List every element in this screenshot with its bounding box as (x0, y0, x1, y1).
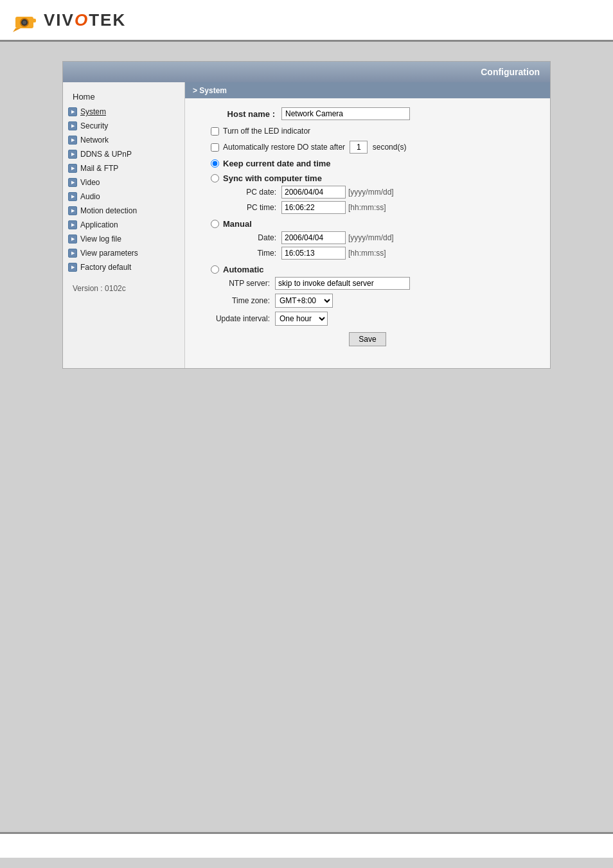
manual-section: Manual Date: [yyyy/mm/dd] Time: (198, 219, 537, 260)
sidebar-bullet-view-parameters (68, 249, 77, 258)
manual-fields: Date: [yyyy/mm/dd] Time: [hh:mm:ss] (198, 231, 537, 260)
sync-computer-radio[interactable] (211, 174, 219, 182)
system-form: Host name : Turn off the LED indicator A… (185, 98, 550, 368)
section-title: > System (193, 86, 227, 95)
time-zone-select[interactable]: GMT-12:00 GMT-11:00 GMT-10:00 GMT-9:00 G… (275, 294, 333, 308)
hostname-row: Host name : (198, 107, 537, 120)
pc-date-format: [yyyy/mm/dd] (348, 188, 394, 197)
sidebar-label-audio: Audio (80, 192, 100, 201)
manual-row: Manual (198, 219, 537, 229)
save-button[interactable]: Save (349, 332, 386, 346)
save-row: Save (198, 332, 537, 359)
sidebar-item-mail-ftp[interactable]: Mail & FTP (63, 161, 184, 175)
update-interval-row: Update interval: One hour Two hours One … (198, 312, 537, 326)
ntp-server-label: NTP server: (211, 279, 275, 288)
sidebar-item-video[interactable]: Video (63, 175, 184, 190)
sidebar-label-view-log: View log file (80, 235, 121, 244)
pc-time-label: PC time: (236, 203, 281, 212)
pc-time-input[interactable] (281, 201, 346, 214)
sidebar-label-video: Video (80, 178, 100, 187)
sidebar-bullet-security (68, 121, 77, 130)
sidebar-bullet-mail-ftp (68, 164, 77, 173)
sidebar-bullet-video (68, 178, 77, 187)
manual-time-format: [hh:mm:ss] (348, 249, 386, 258)
version-text: Version : 0102c (63, 278, 184, 299)
section-header: > System (185, 82, 550, 98)
sidebar-bullet-motion-detection (68, 206, 77, 215)
manual-date-input[interactable] (281, 231, 346, 244)
time-zone-label: Time zone: (211, 296, 275, 305)
update-interval-select[interactable]: One hour Two hours One day (275, 312, 328, 326)
sidebar-label-mail-ftp: Mail & FTP (80, 164, 118, 173)
vivotek-logo-icon (13, 8, 40, 32)
restore-do-row: Automatically restore DO state after sec… (198, 141, 537, 154)
sidebar-item-view-parameters[interactable]: View parameters (63, 246, 184, 260)
logo: VIVOTEK (13, 8, 126, 32)
sync-computer-fields: PC date: [yyyy/mm/dd] PC time: [hh:mm:ss… (198, 186, 537, 214)
sidebar-bullet-audio (68, 192, 77, 201)
sidebar-item-application[interactable]: Application (63, 218, 184, 232)
sidebar-label-network: Network (80, 136, 109, 145)
pc-time-format: [hh:mm:ss] (348, 203, 386, 212)
restore-do-checkbox[interactable] (211, 143, 219, 152)
svg-point-3 (22, 21, 26, 24)
sidebar-label-view-parameters: View parameters (80, 249, 138, 258)
pc-date-label: PC date: (236, 188, 281, 197)
manual-radio[interactable] (211, 220, 219, 228)
sync-computer-section: Sync with computer time PC date: [yyyy/m… (198, 173, 537, 214)
manual-time-row: Time: [hh:mm:ss] (236, 247, 537, 260)
sidebar-label-security: Security (80, 121, 108, 130)
sidebar-label-motion-detection: Motion detection (80, 206, 137, 215)
led-label: Turn off the LED indicator (223, 127, 310, 136)
sidebar-item-audio[interactable]: Audio (63, 190, 184, 204)
sidebar-bullet-application (68, 220, 77, 229)
sidebar-bullet-ddns-upnp (68, 150, 77, 159)
manual-time-input[interactable] (281, 247, 346, 260)
sidebar-item-security[interactable]: Security (63, 119, 184, 133)
config-body: Home System Security Network (63, 82, 550, 368)
sidebar-item-system[interactable]: System (63, 105, 184, 119)
sidebar-item-ddns-upnp[interactable]: DDNS & UPnP (63, 147, 184, 161)
svg-marker-5 (13, 28, 21, 32)
sidebar-bullet-factory-default (68, 263, 77, 272)
sidebar-item-view-log[interactable]: View log file (63, 232, 184, 246)
manual-date-format: [yyyy/mm/dd] (348, 233, 394, 242)
keep-current-radio[interactable] (211, 159, 219, 168)
keep-current-label: Keep current date and time (223, 159, 331, 168)
time-zone-row: Time zone: GMT-12:00 GMT-11:00 GMT-10:00… (198, 294, 537, 308)
led-row: Turn off the LED indicator (198, 127, 537, 136)
logo-text: VIVOTEK (44, 10, 126, 30)
hostname-input[interactable] (281, 107, 410, 120)
automatic-section: Automatic NTP server: Time zone: GMT-12:… (198, 265, 537, 326)
restore-do-text: Automatically restore DO state after sec… (223, 141, 406, 154)
sidebar-bullet-view-log (68, 235, 77, 244)
manual-label: Manual (223, 219, 252, 229)
keep-current-row: Keep current date and time (198, 159, 537, 168)
ntp-server-input[interactable] (275, 277, 410, 290)
led-checkbox[interactable] (211, 127, 219, 136)
svg-rect-4 (31, 19, 36, 22)
ntp-section: NTP server: Time zone: GMT-12:00 GMT-11:… (198, 277, 537, 326)
hostname-label: Host name : (198, 109, 281, 119)
sync-computer-row: Sync with computer time (198, 173, 537, 183)
sidebar-label-system: System (80, 107, 106, 116)
sidebar-bullet-network (68, 136, 77, 145)
sidebar-item-home[interactable]: Home (63, 89, 184, 105)
pc-date-row: PC date: [yyyy/mm/dd] (236, 186, 537, 199)
sync-computer-label: Sync with computer time (223, 173, 322, 183)
header-bar: VIVOTEK (0, 0, 613, 42)
manual-time-label: Time: (236, 249, 281, 258)
sidebar-item-factory-default[interactable]: Factory default (63, 260, 184, 274)
automatic-label: Automatic (223, 265, 264, 274)
pc-date-input[interactable] (281, 186, 346, 199)
pc-time-row: PC time: [hh:mm:ss] (236, 201, 537, 214)
sidebar-label-ddns-upnp: DDNS & UPnP (80, 150, 132, 159)
automatic-radio[interactable] (211, 265, 219, 274)
sidebar: Home System Security Network (63, 82, 185, 368)
sidebar-item-network[interactable]: Network (63, 133, 184, 147)
sidebar-label-factory-default: Factory default (80, 263, 131, 272)
config-panel: Configuration Home System Security (62, 61, 551, 369)
sidebar-item-motion-detection[interactable]: Motion detection (63, 204, 184, 218)
restore-do-input[interactable] (350, 141, 368, 154)
config-title: Configuration (481, 67, 540, 77)
